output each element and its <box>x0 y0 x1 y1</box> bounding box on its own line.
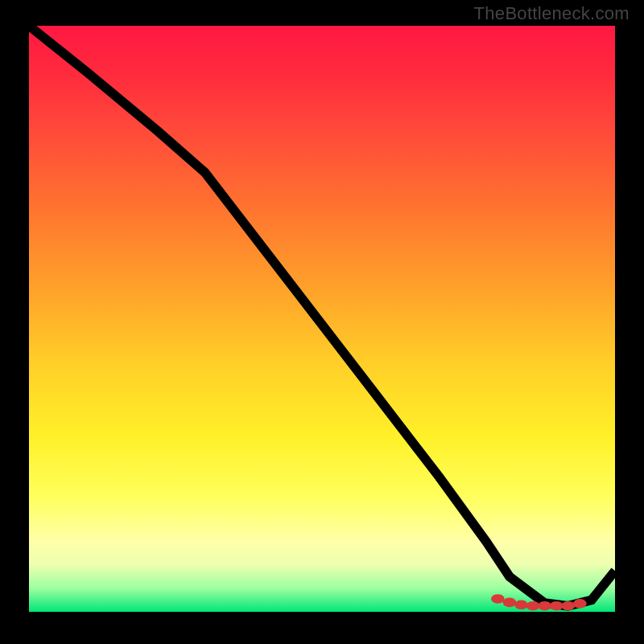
chart-frame: TheBottleneck.com <box>0 0 644 644</box>
marker-point <box>551 603 562 609</box>
marker-point <box>575 601 585 607</box>
marker-point <box>528 603 539 609</box>
curve-path <box>29 26 615 606</box>
marker-point <box>504 599 514 605</box>
marker-point <box>539 603 550 609</box>
marker-point <box>493 596 503 602</box>
plot-area <box>29 26 615 612</box>
marker-point <box>563 603 573 609</box>
watermark-text: TheBottleneck.com <box>474 3 630 24</box>
marker-point <box>516 601 526 608</box>
chart-svg <box>29 26 615 612</box>
